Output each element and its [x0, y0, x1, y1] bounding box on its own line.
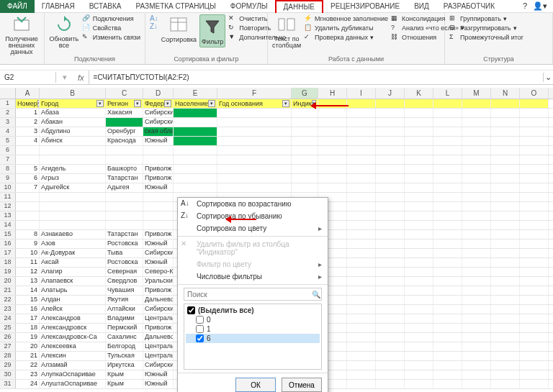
- cell[interactable]: [520, 193, 549, 201]
- cell[interactable]: [491, 230, 520, 239]
- cell[interactable]: [462, 127, 491, 136]
- cell[interactable]: [376, 193, 405, 201]
- cell[interactable]: [376, 155, 405, 164]
- connections-button[interactable]: 🔗Подключения: [82, 14, 140, 23]
- row-header[interactable]: 13: [0, 211, 16, 220]
- cell[interactable]: Сибирски: [143, 109, 174, 117]
- cell[interactable]: [491, 118, 520, 127]
- cell[interactable]: [143, 211, 174, 220]
- column-header-O[interactable]: O: [520, 88, 549, 99]
- column-header-M[interactable]: M: [462, 88, 491, 99]
- cell[interactable]: [174, 109, 217, 117]
- cell[interactable]: [433, 146, 462, 155]
- cell[interactable]: [520, 361, 549, 370]
- cell[interactable]: [520, 155, 549, 164]
- row-header[interactable]: 20: [0, 277, 16, 286]
- header-cell[interactable]: Регион▾: [106, 99, 143, 108]
- cell[interactable]: Алапаевск: [40, 277, 106, 286]
- cell[interactable]: [405, 361, 433, 370]
- cell[interactable]: [405, 127, 433, 136]
- cell[interactable]: [433, 324, 462, 332]
- cell[interactable]: [462, 193, 491, 201]
- cell[interactable]: Южный: [143, 380, 174, 388]
- tab-layout[interactable]: РАЗМЕТКА СТРАНИЦЫ: [129, 0, 223, 13]
- cell[interactable]: [143, 193, 174, 201]
- cell[interactable]: [405, 221, 433, 229]
- cell[interactable]: [520, 118, 549, 127]
- tab-view[interactable]: ВИД: [407, 0, 436, 13]
- cell[interactable]: [405, 352, 433, 360]
- cell[interactable]: [292, 137, 318, 145]
- row-header[interactable]: 27: [0, 342, 16, 351]
- cell[interactable]: [40, 155, 106, 164]
- cell[interactable]: [318, 146, 347, 155]
- cell[interactable]: Южный: [143, 240, 174, 248]
- column-header-H[interactable]: H: [318, 88, 347, 99]
- user-icon[interactable]: 👤▾: [533, 1, 547, 11]
- cell[interactable]: [491, 314, 520, 323]
- cell[interactable]: [462, 314, 491, 323]
- row-header[interactable]: 23: [0, 305, 16, 314]
- cell[interactable]: [347, 361, 376, 370]
- filter-cancel-button[interactable]: Отмена: [282, 378, 322, 392]
- cell[interactable]: [376, 370, 405, 379]
- cell[interactable]: 4: [16, 137, 40, 145]
- cell[interactable]: 10: [16, 249, 40, 257]
- cell[interactable]: [405, 277, 433, 286]
- cell[interactable]: Дальнево: [143, 333, 174, 342]
- cell[interactable]: [292, 118, 318, 127]
- row-header[interactable]: 17: [0, 249, 16, 257]
- cell[interactable]: 3: [16, 127, 40, 136]
- cell[interactable]: [462, 286, 491, 295]
- cell[interactable]: [520, 258, 549, 267]
- header-cell[interactable]: Год основания▾: [217, 99, 292, 108]
- cell[interactable]: [520, 109, 549, 117]
- cell[interactable]: 19: [16, 333, 40, 342]
- cell[interactable]: [376, 352, 405, 360]
- subtotal-button[interactable]: ΣПромежуточный итог: [449, 33, 523, 42]
- cell[interactable]: [433, 268, 462, 276]
- cell[interactable]: [376, 146, 405, 155]
- cell[interactable]: [347, 342, 376, 351]
- cell[interactable]: [376, 249, 405, 257]
- formula-input[interactable]: =СЧИТАТЬПУСТОТЫ(A2:F2): [89, 72, 543, 83]
- cell[interactable]: [347, 370, 376, 379]
- cell[interactable]: [405, 118, 433, 127]
- sort-descending-menuitem[interactable]: Z↓Сортировка по убыванию: [178, 210, 328, 222]
- column-header-D[interactable]: D: [143, 88, 174, 99]
- cell[interactable]: [376, 174, 405, 183]
- sort-by-color-menuitem[interactable]: Сортировка по цвету▸: [178, 222, 328, 234]
- cell[interactable]: Дальнево: [143, 296, 174, 304]
- cell[interactable]: [16, 146, 40, 155]
- cell[interactable]: ская обла: [143, 127, 174, 136]
- cell[interactable]: [433, 127, 462, 136]
- cell[interactable]: [405, 109, 433, 117]
- cell[interactable]: [347, 305, 376, 314]
- cell[interactable]: 8: [16, 230, 40, 239]
- cell[interactable]: [106, 221, 143, 229]
- cell[interactable]: [347, 165, 376, 173]
- cell[interactable]: [174, 118, 217, 127]
- cell[interactable]: Алзамай: [40, 361, 106, 370]
- cell[interactable]: АлупкаОспаривае: [40, 370, 106, 379]
- cell[interactable]: [347, 258, 376, 267]
- filter-search-input[interactable]: [184, 291, 311, 298]
- cell[interactable]: [462, 165, 491, 173]
- cell[interactable]: [491, 146, 520, 155]
- cell[interactable]: Пермский: [106, 324, 143, 332]
- cell[interactable]: [520, 165, 549, 173]
- cell[interactable]: [217, 165, 292, 173]
- column-filter-dropdown[interactable]: ▾: [208, 100, 215, 107]
- row-header[interactable]: 19: [0, 268, 16, 276]
- cell[interactable]: [376, 277, 405, 286]
- text-to-columns-button[interactable]: Текст по столбцам: [272, 14, 301, 49]
- cell[interactable]: Южный: [143, 370, 174, 379]
- cell[interactable]: [462, 258, 491, 267]
- column-header-B[interactable]: B: [40, 88, 106, 99]
- cell[interactable]: [491, 324, 520, 332]
- help-icon[interactable]: ?: [523, 1, 527, 11]
- cell[interactable]: [405, 314, 433, 323]
- cell[interactable]: [491, 249, 520, 257]
- row-header[interactable]: 18: [0, 258, 16, 267]
- column-filter-dropdown[interactable]: ▾: [164, 100, 171, 107]
